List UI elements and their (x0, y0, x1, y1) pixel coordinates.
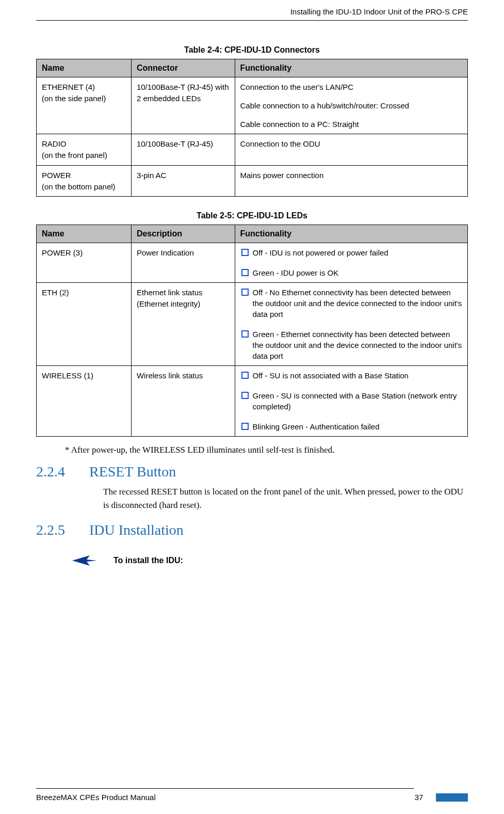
table-header-row: Name Description Functionality (37, 225, 468, 243)
cell-name: POWER (on the bottom panel) (37, 165, 132, 197)
section-title: IDU Installation (89, 522, 184, 538)
arrow-right-icon (72, 554, 97, 567)
section-heading: 2.2.5 IDU Installation (36, 522, 468, 538)
section-title: RESET Button (89, 464, 176, 480)
cell-connector: 10/100Base-T (RJ-45) (131, 134, 235, 166)
footer-bar-icon (436, 793, 468, 802)
cell-description: Wireless link status (131, 366, 235, 437)
cell-description: Ethernet link status (Ethernet integrity… (131, 283, 235, 366)
th-functionality: Functionality (235, 59, 467, 77)
bullet-item: Off - IDU is not powered or power failed (240, 247, 462, 258)
th-connector: Connector (131, 59, 235, 77)
bullet-item: Off - SU is not associated with a Base S… (240, 370, 462, 381)
table-1-caption: Table 2-4: CPE-IDU-1D Connectors (36, 45, 468, 55)
cell-name: RADIO (on the front panel) (37, 134, 132, 166)
table-2-caption: Table 2-5: CPE-IDU-1D LEDs (36, 211, 468, 220)
th-description: Description (131, 225, 235, 243)
section-number: 2.2.5 (36, 522, 75, 538)
bullet-item: Blinking Green - Authentication failed (240, 421, 462, 432)
header-rule (36, 20, 468, 21)
table-row: ETHERNET (4) (on the side panel)10/100Ba… (37, 77, 468, 134)
body-paragraph: The recessed RESET button is located on … (103, 485, 468, 512)
instruction-text: To install the IDU: (113, 556, 183, 565)
cell-connector: 3-pin AC (131, 165, 235, 197)
cell-functionality: Connection to the ODU (235, 134, 467, 166)
cell-name: WIRELESS (1) (37, 366, 132, 437)
bullet-item: Green - IDU power is OK (240, 267, 462, 278)
th-name: Name (37, 225, 132, 243)
table-row: RADIO (on the front panel)10/100Base-T (… (37, 134, 468, 166)
connectors-table: Name Connector Functionality ETHERNET (4… (36, 59, 468, 197)
table-row: POWER (on the bottom panel)3-pin ACMains… (37, 165, 468, 197)
table-row: WIRELESS (1)Wireless link statusOff - SU… (37, 366, 468, 437)
cell-functionality: Off - SU is not associated with a Base S… (235, 366, 467, 437)
cell-functionality: Mains power connection (235, 165, 467, 197)
svg-marker-0 (72, 555, 97, 566)
th-functionality: Functionality (235, 225, 467, 243)
table-header-row: Name Connector Functionality (37, 59, 468, 77)
table-row: ETH (2)Ethernet link status (Ethernet in… (37, 283, 468, 366)
cell-functionality: Off - IDU is not powered or power failed… (235, 243, 467, 283)
cell-description: Power Indication (131, 243, 235, 283)
manual-title: BreezeMAX CPEs Product Manual (36, 793, 156, 802)
instruction: To install the IDU: (72, 554, 468, 567)
page-number: 37 (411, 793, 427, 802)
cell-functionality: Connection to the user's LAN/PCCable con… (235, 77, 467, 134)
section-heading: 2.2.4 RESET Button (36, 464, 468, 480)
cell-functionality: Off - No Ethernet connectivity has been … (235, 283, 467, 366)
page-footer: BreezeMAX CPEs Product Manual 37 (36, 788, 468, 802)
running-header: Installing the IDU-1D Indoor Unit of the… (36, 0, 468, 20)
bullet-item: Green - SU is connected with a Base Stat… (240, 390, 462, 412)
section-number: 2.2.4 (36, 464, 75, 480)
cell-name: ETHERNET (4) (on the side panel) (37, 77, 132, 134)
footnote: * After power-up, the WIRELESS LED illum… (65, 445, 468, 455)
bullet-item: Green - Ethernet connectivity has been d… (240, 329, 462, 361)
leds-table: Name Description Functionality POWER (3)… (36, 225, 468, 437)
bullet-item: Off - No Ethernet connectivity has been … (240, 287, 462, 320)
footer-rule (36, 788, 414, 789)
cell-connector: 10/100Base-T (RJ-45) with 2 embedded LED… (131, 77, 235, 134)
table-row: POWER (3)Power IndicationOff - IDU is no… (37, 243, 468, 283)
cell-name: ETH (2) (37, 283, 132, 366)
th-name: Name (37, 59, 132, 77)
cell-name: POWER (3) (37, 243, 132, 283)
